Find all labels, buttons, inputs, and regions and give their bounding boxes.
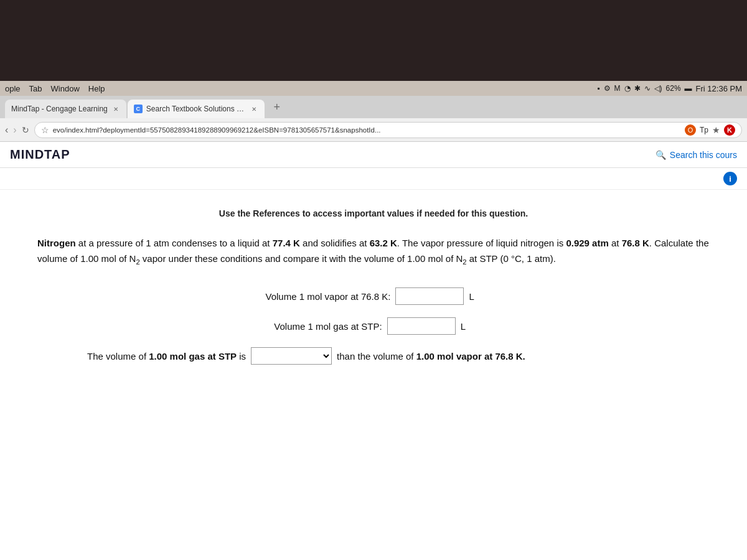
- references-note: Use the References to access important v…: [37, 208, 710, 218]
- translation-icon: Tp: [700, 126, 708, 134]
- volume-vapor-input[interactable]: [395, 287, 464, 305]
- tracking-icon: O: [685, 124, 696, 136]
- address-input-container[interactable]: ☆ evo/index.html?deploymentId=5575082893…: [34, 122, 742, 138]
- search-icon: 🔍: [655, 150, 666, 160]
- comparison-row: The volume of 1.00 mol gas at STP is gre…: [37, 347, 710, 365]
- menu-item-window[interactable]: Window: [51, 84, 80, 93]
- status-icons: ▪ ⚙ M ◔ ✱ ∿ ◁) 62% ▬ Fri 12:36 PM: [597, 84, 742, 93]
- comparison-select[interactable]: greater less equal: [251, 347, 332, 365]
- star-icon: ☆: [41, 125, 49, 135]
- volume-gas-unit: L: [461, 321, 473, 332]
- info-bar: i: [0, 168, 747, 190]
- video-icon: ▪: [597, 84, 599, 93]
- tab-mindtap-close[interactable]: ✕: [111, 105, 120, 113]
- address-action-icons: O Tp ★ K: [685, 124, 735, 136]
- forward-button[interactable]: ›: [13, 124, 16, 136]
- temp3-bold: 76.8 K: [622, 238, 649, 248]
- tab-mindtap-label: MindTap - Cengage Learning: [11, 105, 108, 113]
- webpage-content: MINDTAP 🔍 Search this cours i Use the Re…: [0, 142, 747, 560]
- address-text: evo/index.html?deploymentId=557508289341…: [53, 126, 681, 134]
- volume-gas-label: Volume 1 mol gas at STP:: [274, 321, 382, 332]
- tab-bar: MindTap - Cengage Learning ✕ C Search Te…: [0, 96, 747, 118]
- volume-vapor-label: Volume 1 mol vapor at 76.8 K:: [266, 291, 391, 302]
- address-bar: ‹ › ↻ ☆ evo/index.html?deploymentId=5575…: [0, 118, 747, 142]
- search-this-course-button[interactable]: 🔍 Search this cours: [655, 150, 737, 160]
- volume-icon: ◁): [654, 84, 662, 93]
- new-tab-button[interactable]: +: [268, 98, 286, 116]
- system-time: Fri 12:36 PM: [696, 84, 742, 93]
- battery-icon: ▬: [685, 84, 692, 93]
- mindtap-header-bar: MINDTAP 🔍 Search this cours: [0, 142, 747, 168]
- back-button[interactable]: ‹: [5, 124, 8, 136]
- battery-level: 62%: [666, 84, 681, 93]
- volume-vapor-row: Volume 1 mol vapor at 76.8 K: L: [37, 287, 710, 305]
- volume-gas-input[interactable]: [387, 317, 456, 335]
- menu-item-ople[interactable]: ople: [5, 84, 21, 93]
- menu-item-help[interactable]: Help: [88, 84, 105, 93]
- tab-search-favicon: C: [134, 105, 143, 113]
- question-body: Nitrogen at a pressure of 1 atm condense…: [37, 236, 710, 268]
- settings-icon: ⚙: [604, 84, 611, 93]
- menu-item-tab[interactable]: Tab: [29, 84, 42, 93]
- refresh-button[interactable]: ↻: [22, 125, 29, 135]
- user-icon: K: [724, 124, 735, 136]
- volume-vapor-unit: L: [469, 291, 481, 302]
- mindtap-logo: MINDTAP: [10, 147, 70, 162]
- temp1-bold: 77.4 K: [273, 238, 300, 248]
- question-area: Use the References to access important v…: [0, 190, 747, 560]
- bluetooth-icon: ✱: [634, 84, 641, 93]
- comparison-prefix: The volume of 1.00 mol gas at STP is: [87, 351, 246, 362]
- tab-search[interactable]: C Search Textbook Solutions | Ch ✕: [128, 100, 265, 118]
- wifi-icon: ∿: [644, 84, 651, 93]
- tab-mindtap[interactable]: MindTap - Cengage Learning ✕: [5, 100, 126, 118]
- info-button[interactable]: i: [723, 172, 737, 185]
- tab-search-label: Search Textbook Solutions | Ch: [146, 105, 246, 113]
- search-label: Search this cours: [670, 150, 737, 160]
- macos-menu-bar: ople Tab Window Help ▪ ⚙ M ◔ ✱ ∿ ◁) 62% …: [0, 81, 747, 96]
- mail-icon: M: [614, 84, 621, 93]
- nitrogen-bold: Nitrogen: [37, 238, 76, 248]
- tab-search-close[interactable]: ✕: [250, 105, 258, 113]
- vp-bold: 0.929 atm: [566, 238, 608, 248]
- bookmark-star-icon: ★: [712, 125, 720, 135]
- clock-icon: ◔: [624, 84, 631, 93]
- temp2-bold: 63.2 K: [370, 238, 397, 248]
- volume-gas-row: Volume 1 mol gas at STP: L: [37, 317, 710, 335]
- comparison-suffix: than the volume of 1.00 mol vapor at 76.…: [337, 351, 525, 362]
